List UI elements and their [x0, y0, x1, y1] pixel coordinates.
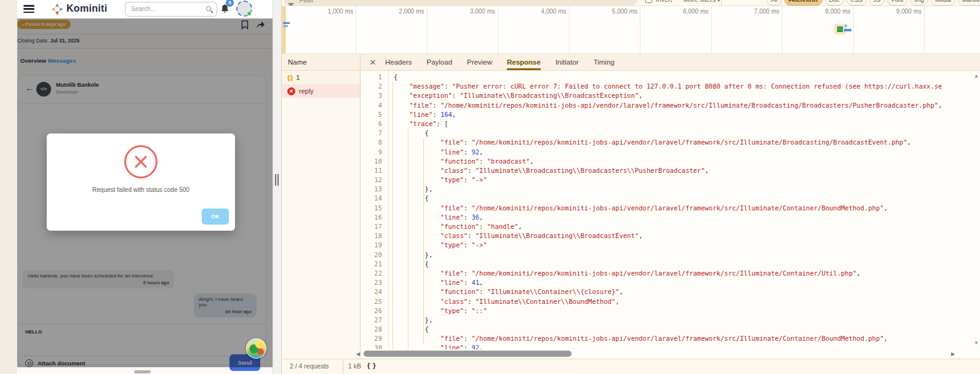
- brand-title: Kominiti: [66, 3, 107, 14]
- timeline-tick-label: 3,000 ms: [452, 8, 495, 15]
- error-icon: ✕: [287, 87, 295, 95]
- detail-tab-initiator[interactable]: Initiator: [556, 54, 579, 70]
- filter-chip-css[interactable]: CSS: [847, 0, 867, 6]
- horizontal-scrollbar-thumb[interactable]: [364, 351, 572, 357]
- job-detail-page: • Posted 8 days ago Closing Date: Jul 31…: [17, 18, 273, 374]
- response-code-line: 13 },: [361, 185, 980, 194]
- response-code-line: 16 "line": 36,: [361, 213, 980, 222]
- filter-chip-img[interactable]: Img: [910, 0, 928, 6]
- request-row-reply[interactable]: ✕reply: [282, 84, 360, 98]
- hamburger-menu-icon[interactable]: [23, 5, 34, 14]
- timeline-gridline: [498, 6, 498, 54]
- screen: Kominiti Search... 5 • Posted 8 days ago…: [0, 0, 980, 374]
- timeline-gridline: [569, 6, 570, 54]
- search-input[interactable]: Search...: [125, 2, 217, 17]
- overview-selection-handle[interactable]: [282, 6, 285, 54]
- scroll-right-arrow-icon[interactable]: ▶: [951, 351, 955, 357]
- indent-guide: [408, 129, 408, 349]
- ok-button[interactable]: OK: [202, 209, 229, 225]
- request-name: 1: [296, 74, 300, 81]
- timeline-gridline: [640, 6, 640, 54]
- line-number: 9: [361, 148, 382, 157]
- request-timing-bar: [283, 22, 290, 24]
- kominiti-app: Kominiti Search... 5 • Posted 8 days ago…: [0, 0, 273, 374]
- filter-chip-all[interactable]: All: [767, 0, 782, 6]
- requests-name-header[interactable]: Name: [282, 54, 360, 71]
- filter-chip-fetch-xhr[interactable]: Fetch/XHR: [784, 0, 823, 6]
- format-json-icon[interactable]: { }: [367, 362, 376, 369]
- timeline-gridline: [711, 6, 712, 54]
- error-x-icon: [124, 145, 157, 178]
- response-code-line: 5 "line": 164,: [361, 110, 980, 119]
- more-filters-button[interactable]: More filters ▾: [683, 0, 720, 3]
- response-code-line: 8 "file": "/home/kominiti/repos/kominiti…: [361, 138, 980, 147]
- detail-tab-headers[interactable]: Headers: [385, 54, 412, 70]
- timeline-tick-label: 7,000 ms: [736, 8, 779, 15]
- line-number: 15: [361, 204, 382, 213]
- response-code-line: 29 "file": "/home/kominiti/repos/kominit…: [361, 334, 980, 343]
- response-code-line: 1{: [361, 73, 980, 82]
- detail-tab-preview[interactable]: Preview: [467, 54, 492, 70]
- close-detail-icon[interactable]: ✕: [368, 58, 377, 67]
- filter-input[interactable]: Filter: [284, 0, 637, 6]
- timeline-gridline: [356, 6, 356, 54]
- detail-tab-response[interactable]: Response: [507, 54, 541, 70]
- response-code-line: 14 {: [361, 194, 980, 203]
- horizontal-scrollbar-thumb[interactable]: [134, 370, 151, 373]
- response-code-line: 26 "type": "::": [361, 306, 980, 316]
- line-number: 2: [361, 82, 382, 91]
- scroll-up-arrow-icon[interactable]: ▲: [974, 73, 979, 79]
- line-number: 19: [361, 241, 382, 250]
- response-viewer[interactable]: 1{2 "message": "Pusher error: cURL error…: [361, 71, 980, 349]
- line-number: 29: [361, 334, 382, 343]
- line-number: 11: [361, 166, 382, 175]
- response-code-line: 17 "function": "handle",: [361, 222, 980, 231]
- filter-chip-font[interactable]: Font: [887, 0, 907, 6]
- invert-checkbox[interactable]: [645, 0, 652, 3]
- kominiti-logo-icon[interactable]: [50, 2, 64, 16]
- response-code-line: 4 "file": "/home/kominiti/repos/kominiti…: [361, 101, 980, 110]
- gutter-border: [388, 71, 389, 349]
- detail-tab-timing[interactable]: Timing: [594, 54, 615, 70]
- response-code-line: 2 "message": "Pusher error: cURL error 7…: [361, 82, 980, 91]
- request-timing-bar: [844, 29, 851, 31]
- requests-summary: 2 / 4 requests: [290, 362, 329, 370]
- timeline-gridline: [853, 6, 854, 54]
- requests-table: Name {:}1✕reply: [282, 54, 361, 359]
- line-number: 22: [361, 269, 382, 278]
- timeline-tick-label: 2,000 ms: [381, 8, 424, 15]
- response-code-line: 10 "function": "broadcast",: [361, 157, 980, 166]
- response-code-line: 9 "line": 92,: [361, 148, 980, 157]
- line-number: 3: [361, 91, 382, 100]
- network-overview-timeline[interactable]: 1,000 ms2,000 ms3,000 ms4,000 ms5,000 ms…: [282, 6, 980, 54]
- emoji-sticker-icon[interactable]: [246, 338, 266, 359]
- search-placeholder: Search...: [131, 6, 156, 12]
- filter-chip-doc[interactable]: Doc: [825, 0, 844, 6]
- line-number: 18: [361, 231, 382, 241]
- filter-chip-js[interactable]: JS: [869, 0, 885, 6]
- detail-tabs-bar: ✕ HeadersPayloadPreviewResponseInitiator…: [361, 54, 980, 71]
- line-number: 7: [361, 129, 382, 138]
- timeline-tick-label: 9,000 ms: [878, 8, 922, 15]
- line-number: 26: [361, 306, 382, 316]
- scroll-left-arrow-icon[interactable]: ◀: [356, 351, 360, 357]
- timeline-gridline: [782, 6, 783, 54]
- scroll-down-arrow-icon[interactable]: ▼: [974, 340, 979, 346]
- user-avatar[interactable]: [236, 1, 252, 17]
- network-status-bar: 2 / 4 requests 1 kB { }: [282, 359, 980, 374]
- line-number: 21: [361, 260, 382, 269]
- line-number: 17: [361, 222, 382, 231]
- filter-chip-manifest[interactable]: Manifest: [958, 0, 980, 6]
- filter-chip-media[interactable]: Media: [931, 0, 955, 6]
- response-code-line: 19 "type": "->": [361, 241, 980, 250]
- detail-tab-payload[interactable]: Payload: [426, 54, 452, 70]
- divider: [721, 0, 722, 6]
- line-number: 12: [361, 175, 382, 185]
- response-horizontal-scrollbar[interactable]: ◀ ▶: [354, 349, 980, 359]
- response-code-line: 20 },: [361, 250, 980, 260]
- line-number: 6: [361, 119, 382, 129]
- response-code-line: 6 "trace": [: [361, 119, 980, 129]
- request-row-1[interactable]: {:}1: [282, 71, 360, 84]
- request-name: reply: [299, 87, 314, 95]
- pane-resize-handle[interactable]: [275, 174, 279, 186]
